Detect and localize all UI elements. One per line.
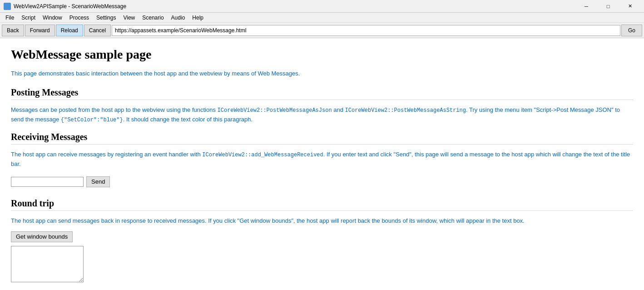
menu-item-script[interactable]: Script: [18, 14, 39, 22]
page-title: WebMessage sample page: [11, 47, 633, 62]
maximize-button[interactable]: □: [598, 2, 619, 11]
round-trip-title: Round trip: [11, 198, 633, 211]
round-trip-text: The host app can send messages back in r…: [11, 216, 633, 226]
receiving-text1: The host app can receive messages by reg…: [11, 151, 202, 158]
content-area: WebMessage sample page This page demonst…: [0, 38, 644, 290]
receiving-fn1: ICoreWebView2::add_WebMessageReceived: [202, 152, 323, 158]
posting-messages-text: Messages can be posted from the host app…: [11, 105, 633, 125]
send-button[interactable]: Send: [86, 176, 110, 187]
reload-button[interactable]: Reload: [56, 25, 83, 36]
cancel-button[interactable]: Cancel: [84, 25, 111, 36]
title-bar-controls: ─ □ ✕: [576, 2, 640, 11]
menu-item-file[interactable]: File: [2, 14, 18, 22]
back-button[interactable]: Back: [2, 25, 24, 36]
posting-text4: . It should change the text color of thi…: [123, 116, 253, 123]
intro-text: This page demonstrates basic interaction…: [11, 69, 633, 78]
go-button[interactable]: Go: [621, 25, 642, 36]
posting-fn2: ICoreWebView2::PostWebMessageAsString: [345, 107, 466, 114]
app-icon: [4, 3, 11, 10]
forward-button[interactable]: Forward: [25, 25, 55, 36]
posting-code1: {"SetColor":"blue"}: [61, 117, 123, 123]
menu-item-help[interactable]: Help: [188, 14, 207, 22]
message-input[interactable]: [11, 177, 84, 187]
posting-messages-title: Posting Messages: [11, 87, 633, 100]
get-window-bounds-button[interactable]: Get window bounds: [11, 231, 73, 242]
menu-item-scenario[interactable]: Scenario: [139, 14, 167, 22]
bounds-textarea[interactable]: [11, 246, 84, 282]
menu-item-window[interactable]: Window: [39, 14, 66, 22]
menu-bar: FileScriptWindowProcessSettingsViewScena…: [0, 13, 644, 23]
receiving-messages-title: Receiving Messages: [11, 132, 633, 145]
url-input[interactable]: [112, 25, 620, 36]
minimize-button[interactable]: ─: [576, 2, 597, 11]
posting-text1: Messages can be posted from the host app…: [11, 106, 218, 113]
send-area: Send: [11, 176, 633, 187]
menu-item-settings[interactable]: Settings: [93, 14, 119, 22]
menu-item-audio[interactable]: Audio: [168, 14, 189, 22]
receiving-messages-text: The host app can receive messages by reg…: [11, 150, 633, 169]
posting-fn1: ICoreWebView2::PostWebMessageAsJson: [218, 107, 332, 114]
title-bar: WebView2APISample - ScenarioWebMessage ─…: [0, 0, 644, 13]
posting-text2: and: [332, 106, 345, 113]
menu-item-view[interactable]: View: [119, 14, 139, 22]
menu-item-process[interactable]: Process: [66, 14, 93, 22]
close-button[interactable]: ✕: [619, 2, 640, 11]
title-bar-text: WebView2APISample - ScenarioWebMessage: [14, 3, 576, 10]
nav-bar: Back Forward Reload Cancel Go: [0, 23, 644, 38]
